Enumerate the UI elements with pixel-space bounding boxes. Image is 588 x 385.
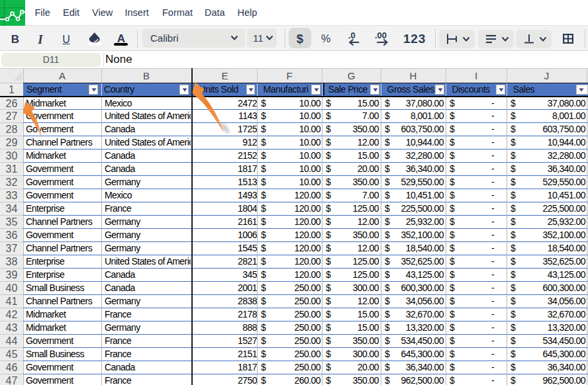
svg-text:.00: .00 xyxy=(375,31,387,40)
svg-text:.0: .0 xyxy=(348,31,356,40)
